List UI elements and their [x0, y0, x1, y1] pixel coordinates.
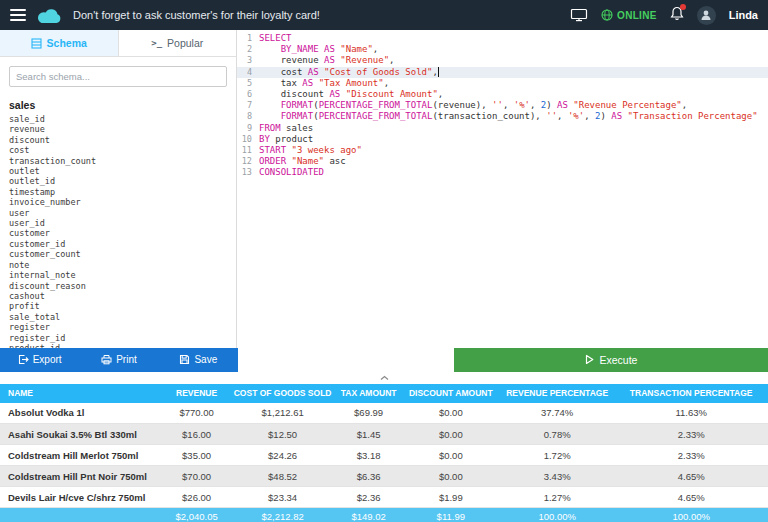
line-number: 10 [237, 134, 259, 145]
column-header[interactable]: NAME [0, 384, 164, 403]
table-cell: $1.99 [402, 487, 500, 508]
table-cell: 4.65% [614, 487, 768, 508]
schema-field[interactable]: register [9, 322, 236, 332]
column-header[interactable]: REVENUE PERCENTAGE [500, 384, 614, 403]
results-table: NAMEREVENUECOST OF GOODS SOLDTAX AMOUNTD… [0, 384, 768, 522]
export-label: Export [33, 354, 62, 365]
user-name[interactable]: Linda [729, 9, 758, 21]
code-line: 3 revenue AS "Revenue", [237, 55, 768, 66]
table-cell: Coldstream Hill Pnt Noir 750ml [0, 466, 164, 487]
execute-label: Execute [600, 354, 638, 366]
column-header[interactable]: TAX AMOUNT [336, 384, 402, 403]
export-button[interactable]: Export [0, 348, 79, 372]
tab-popular[interactable]: >_ Popular [119, 30, 237, 56]
schema-field[interactable]: user_id [9, 218, 236, 228]
code-line: 8 FORMAT(PERCENTAGE_FROM_TOTAL(transacti… [237, 111, 768, 122]
toolbar-spacer [238, 348, 454, 372]
tab-schema-label: Schema [47, 37, 87, 49]
schema-field[interactable]: discount [9, 135, 236, 145]
schema-table-name: sales [9, 99, 227, 111]
menu-icon[interactable] [10, 9, 26, 21]
execute-button[interactable]: Execute [454, 348, 768, 372]
schema-field[interactable]: register_id [9, 333, 236, 343]
table-cell: $0.00 [402, 403, 500, 424]
schema-field[interactable]: internal_note [9, 270, 236, 280]
main-area: Schema >_ Popular sales sale_idrevenuedi… [0, 30, 768, 348]
table-cell: $770.00 [164, 403, 230, 424]
column-header[interactable]: COST OF GOODS SOLD [230, 384, 336, 403]
person-icon [700, 9, 712, 21]
line-number: 2 [237, 44, 259, 55]
code-text: cost AS "Cost of Goods Sold", [259, 67, 439, 78]
code-text: CONSOLIDATED [259, 167, 324, 178]
table-row[interactable]: Coldstream Hill Merlot 750ml$35.00$24.26… [0, 445, 768, 466]
table-cell: Absolut Vodka 1l [0, 403, 164, 424]
code-line: 5 tax AS "Tax Amount", [237, 78, 768, 89]
schema-field-list: sale_idrevenuediscountcosttransaction_co… [0, 114, 236, 348]
schema-field[interactable]: user [9, 208, 236, 218]
table-cell: 2.33% [614, 424, 768, 445]
schema-field[interactable]: cashout [9, 291, 236, 301]
table-cell: $0.00 [402, 424, 500, 445]
text-cursor [438, 67, 439, 77]
play-icon [585, 354, 594, 365]
column-header[interactable]: TRANSACTION PERCENTAGE [614, 384, 768, 403]
tab-schema[interactable]: Schema [0, 30, 119, 56]
save-icon [179, 354, 190, 365]
table-cell: 0.78% [500, 424, 614, 445]
sidebar-tabs: Schema >_ Popular [0, 30, 236, 57]
schema-field[interactable]: discount_reason [9, 281, 236, 291]
table-cell: $24.26 [230, 445, 336, 466]
code-line: 4 cost AS "Cost of Goods Sold", [237, 67, 768, 78]
code-line: 7 FORMAT(PERCENTAGE_FROM_TOTAL(revenue),… [237, 100, 768, 111]
search-schema-input[interactable] [9, 66, 227, 87]
save-button[interactable]: Save [159, 348, 238, 372]
column-header[interactable]: DISCOUNT AMOUNT [402, 384, 500, 403]
schema-field[interactable]: outlet [9, 166, 236, 176]
schema-field[interactable]: invoice_number [9, 197, 236, 207]
save-label: Save [194, 354, 217, 365]
table-row[interactable]: Absolut Vodka 1l$770.00$1,212.61$69.99$0… [0, 403, 768, 424]
table-row[interactable]: Asahi Soukai 3.5% Btl 330ml$16.00$12.50$… [0, 424, 768, 445]
code-line: 1SELECT [237, 33, 768, 44]
schema-field[interactable]: outlet_id [9, 176, 236, 186]
schema-field[interactable]: customer [9, 228, 236, 238]
schema-field[interactable]: customer_id [9, 239, 236, 249]
schema-field[interactable]: sale_id [9, 114, 236, 124]
table-cell: $12.50 [230, 424, 336, 445]
collapse-results-button[interactable] [0, 372, 768, 384]
line-number: 5 [237, 78, 259, 89]
schema-field[interactable]: cost [9, 145, 236, 155]
code-line: 10BY product [237, 134, 768, 145]
table-cell: 4.65% [614, 466, 768, 487]
schema-field[interactable]: revenue [9, 124, 236, 134]
schema-field[interactable]: transaction_count [9, 156, 236, 166]
user-avatar[interactable] [697, 6, 716, 25]
totals-cell: $2,212.82 [230, 508, 336, 522]
table-cell: 11.63% [614, 403, 768, 424]
code-line: 9FROM sales [237, 123, 768, 134]
schema-field[interactable]: profit [9, 301, 236, 311]
code-lines: 1SELECT2 BY_NAME AS "Name",3 revenue AS … [237, 33, 768, 179]
totals-cell [0, 508, 164, 522]
print-button[interactable]: Print [79, 348, 158, 372]
query-toolbar: Export Print Save [0, 348, 768, 372]
table-cell: $26.00 [164, 487, 230, 508]
column-header[interactable]: REVENUE [164, 384, 230, 403]
code-line: 2 BY_NAME AS "Name", [237, 44, 768, 55]
schema-field[interactable]: sale_total [9, 312, 236, 322]
schema-field[interactable]: customer_count [9, 249, 236, 259]
table-row[interactable]: Devils Lair H/cve C/shrz 750ml$26.00$23.… [0, 487, 768, 508]
code-text: FORMAT(PERCENTAGE_FROM_TOTAL(transaction… [259, 111, 758, 122]
notifications-button[interactable] [670, 6, 684, 25]
table-row[interactable]: Coldstream Hill Pnt Noir 750ml$70.00$48.… [0, 466, 768, 487]
sql-editor[interactable]: 1SELECT2 BY_NAME AS "Name",3 revenue AS … [237, 30, 768, 348]
online-status: ONLINE [601, 9, 657, 21]
table-cell: $1.45 [336, 424, 402, 445]
schema-field[interactable]: note [9, 260, 236, 270]
schema-field[interactable]: timestamp [9, 187, 236, 197]
display-icon[interactable] [570, 8, 588, 22]
code-text: FORMAT(PERCENTAGE_FROM_TOTAL(revenue), '… [259, 100, 687, 111]
line-number: 8 [237, 111, 259, 122]
results-panel: NAMEREVENUECOST OF GOODS SOLDTAX AMOUNTD… [0, 384, 768, 522]
